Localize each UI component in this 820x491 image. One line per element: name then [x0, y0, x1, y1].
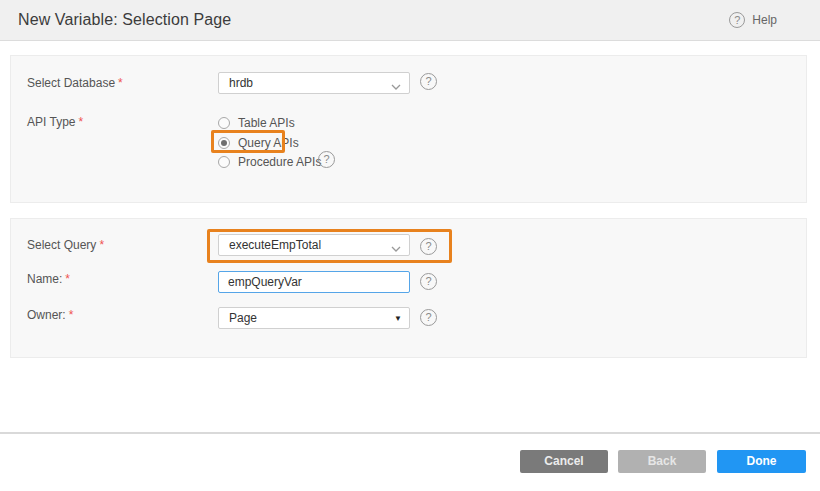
back-button[interactable]: Back — [618, 450, 706, 473]
page-title: New Variable: Selection Page — [18, 0, 231, 40]
radio-icon — [218, 117, 230, 129]
required-asterisk: * — [118, 76, 123, 90]
owner-help-icon[interactable]: ? — [420, 309, 437, 326]
owner-select[interactable]: Page ▼ — [218, 307, 410, 329]
radio-icon-selected — [218, 137, 230, 149]
query-dropdown-value: executeEmpTotal — [229, 235, 321, 255]
required-asterisk: * — [78, 115, 83, 129]
procedure-apis-help-icon[interactable]: ? — [318, 151, 335, 168]
api-selection-panel: Select Database* hrdb ? API Type* Table … — [10, 55, 807, 203]
dialog-header: New Variable: Selection Page ? Help — [0, 0, 820, 41]
required-asterisk: * — [99, 238, 104, 252]
owner-select-value: Page — [229, 308, 257, 328]
help-button[interactable]: ? Help — [729, 0, 777, 40]
caret-down-icon: ▼ — [394, 314, 402, 323]
footer-divider — [0, 432, 820, 434]
query-selection-panel: Select Query* executeEmpTotal ? Name:* ?… — [10, 218, 807, 358]
required-asterisk: * — [65, 272, 70, 286]
help-label: Help — [752, 13, 777, 27]
query-help-icon[interactable]: ? — [420, 238, 437, 255]
radio-label: Procedure APIs — [238, 155, 321, 169]
api-type-label: API Type* — [27, 115, 83, 129]
help-icon: ? — [729, 12, 745, 28]
name-help-icon[interactable]: ? — [420, 273, 437, 290]
cancel-button[interactable]: Cancel — [520, 450, 608, 473]
chevron-down-icon — [391, 80, 401, 94]
name-label: Name:* — [27, 272, 70, 286]
query-dropdown[interactable]: executeEmpTotal — [218, 234, 410, 256]
select-database-label: Select Database* — [27, 76, 123, 90]
radio-option-table-apis[interactable]: Table APIs — [218, 114, 295, 132]
radio-option-procedure-apis[interactable]: Procedure APIs — [218, 153, 321, 171]
chevron-down-icon — [391, 242, 401, 256]
owner-label: Owner:* — [27, 308, 73, 322]
name-input[interactable] — [218, 271, 410, 293]
database-dropdown[interactable]: hrdb — [218, 72, 410, 94]
database-dropdown-value: hrdb — [229, 73, 253, 93]
radio-icon — [218, 156, 230, 168]
select-query-label: Select Query* — [27, 238, 104, 252]
done-button[interactable]: Done — [717, 450, 806, 473]
required-asterisk: * — [69, 308, 74, 322]
radio-option-query-apis[interactable]: Query APIs — [218, 134, 299, 152]
radio-label: Query APIs — [238, 136, 299, 150]
new-variable-dialog: New Variable: Selection Page ? Help Sele… — [0, 0, 820, 491]
radio-label: Table APIs — [238, 116, 295, 130]
database-help-icon[interactable]: ? — [420, 73, 437, 90]
